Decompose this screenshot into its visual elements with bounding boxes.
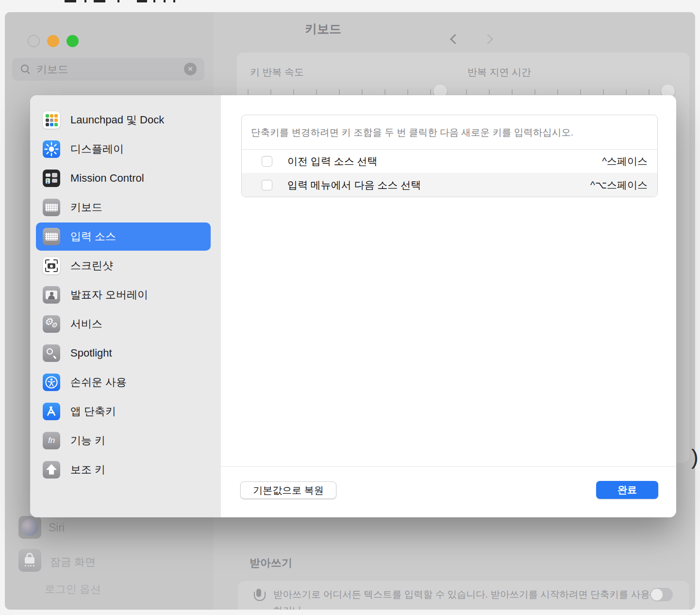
lock-screen-icon [18,549,41,572]
shortcut-keys[interactable]: ^스페이스 [602,154,648,168]
traffic-zoom-button[interactable] [67,35,79,47]
traffic-minimize-button[interactable] [47,35,59,47]
mission-control-icon [43,170,60,187]
page-title: 키보드 [305,21,341,37]
app-store-icon [43,403,60,420]
spotlight-icon [43,344,60,362]
input-sources-keyboard-icon [43,228,60,245]
sidebar-item-lock-screen[interactable]: 잠금 화면 [50,555,96,569]
sidebar-item-mission-control[interactable]: Mission Control [36,164,211,192]
forward-chevron-icon[interactable] [483,34,493,44]
search-input[interactable]: 키보드 ✕ [12,58,204,81]
sidebar-item-spotlight[interactable]: Spotlight [36,339,211,367]
search-icon [21,65,31,74]
stray-glyph: ) [691,445,699,469]
search-value: 키보드 [36,62,68,77]
services-gears-icon: ⚙⚙ [43,315,60,333]
sidebar-item-input-sources[interactable]: 입력 소스 [36,222,211,251]
dictation-panel: 받아쓰기로 어디서든 텍스트를 입력할 수 있습니다. 받아쓰기를 시작하려면 … [238,581,689,610]
shortcuts-instruction: 단축키를 변경하려면 키 조합을 두 번 클릭한 다음 새로운 키를 입력하십시… [242,115,657,150]
sidebar-item-keyboard[interactable]: 키보드 [36,193,211,222]
shortcut-keys[interactable]: ^⌥스페이스 [590,178,648,192]
sidebar-item-modifier-keys[interactable]: 보조 키 [36,456,211,484]
sidebar-item-launchpad-dock[interactable]: Launchpad 및 Dock [36,106,211,134]
key-repeat-slider-ticks [248,89,434,95]
restore-defaults-button[interactable]: 기본값으로 복원 [240,481,336,499]
shortcut-row-previous-input-source[interactable]: 이전 입력 소스 선택 ^스페이스 [242,150,657,173]
display-brightness-icon [43,140,60,158]
sidebar-item-screenshots[interactable]: 스크린샷 [36,252,211,280]
dictation-heading: 받아쓰기 [250,556,292,570]
sidebar-item-app-shortcuts[interactable]: 앱 단축키 [36,397,211,426]
shortcuts-table: 단축키를 변경하려면 키 조합을 두 번 클릭한 다음 새로운 키를 입력하십시… [241,115,658,197]
shift-arrow-icon [43,461,60,478]
search-clear-icon[interactable]: ✕ [184,63,197,75]
sidebar-item-login-options[interactable]: 로그인 옵션 [45,582,101,597]
shortcut-checkbox[interactable] [262,156,272,167]
sidebar-item-display[interactable]: 디스플레이 [36,135,211,163]
screenshot-icon [43,257,60,274]
sidebar-item-siri[interactable]: Siri [49,521,65,534]
keyboard-icon [43,199,60,216]
traffic-close-button[interactable] [28,35,40,47]
keyboard-shortcuts-sheet: Launchpad 및 Dock 디스플레이 [30,95,676,517]
shortcuts-sidebar: Launchpad 및 Dock 디스플레이 [30,95,221,517]
launchpad-icon [43,111,60,129]
footer-divider [221,466,676,467]
sidebar-item-accessibility[interactable]: 손쉬운 사용 [36,368,211,396]
screen: 키보드 ✕ Siri 잠금 화면 로그인 옵션 키보드 키 반복 속도 반복 [0,0,700,615]
sidebar-item-function-keys[interactable]: fn 기능 키 [36,427,211,455]
sidebar-item-presenter-overlay[interactable]: 발표자 오버레이 [36,281,211,309]
key-repeat-label: 키 반복 속도 [250,66,304,79]
fn-key-icon: fn [43,432,60,449]
siri-icon [18,516,41,539]
repeat-delay-label: 반복 지연 시간 [467,66,531,79]
shortcut-checkbox[interactable] [262,180,272,190]
presenter-overlay-icon [43,286,60,304]
shortcut-row-next-input-source[interactable]: 입력 메뉴에서 다음 소스 선택 ^⌥스페이스 [242,173,657,197]
sidebar-item-services[interactable]: ⚙⚙ 서비스 [36,310,211,338]
dictation-description: 받아쓰기로 어디서든 텍스트를 입력할 수 있습니다. 받아쓰기를 시작하려면 … [273,586,657,610]
accessibility-icon [43,374,60,391]
repeat-delay-slider-ticks [466,89,653,95]
shortcuts-content: 단축키를 변경하려면 키 조합을 두 번 클릭한 다음 새로운 키를 입력하십시… [221,95,676,517]
microphone-icon [253,589,264,604]
back-chevron-icon[interactable] [450,34,460,44]
done-button[interactable]: 완료 [596,481,658,499]
dictation-toggle[interactable] [650,588,673,601]
